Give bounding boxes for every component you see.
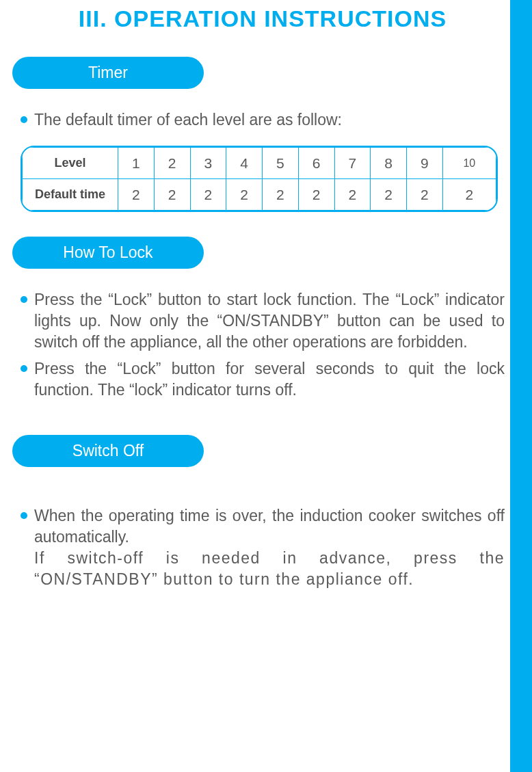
- cell: 9: [407, 148, 443, 179]
- heading-timer: Timer: [12, 57, 204, 89]
- cell: 2: [154, 179, 190, 211]
- bullet-lock-1: Press the “Lock” button to start lock fu…: [21, 289, 505, 353]
- cell: 4: [226, 148, 263, 179]
- cell: 6: [298, 148, 334, 179]
- cell: 3: [190, 148, 226, 179]
- switchoff-line1: When the operating time is over, the ind…: [34, 507, 505, 546]
- cell: 10: [442, 148, 496, 179]
- cell: 2: [371, 179, 407, 211]
- bullet-lock-2: Press the “Lock” button for several seco…: [21, 358, 505, 401]
- cell: 2: [407, 179, 443, 211]
- timer-table-wrap: Level 1 2 3 4 5 6 7 8 9 10 Default time: [21, 146, 505, 212]
- cell: 2: [154, 148, 190, 179]
- timer-table: Level 1 2 3 4 5 6 7 8 9 10 Default time: [21, 146, 498, 212]
- side-tab: Operation Instructions: [510, 0, 532, 772]
- cell: 2: [334, 179, 371, 211]
- cell: 2: [190, 179, 226, 211]
- bullet-icon: [21, 365, 27, 372]
- cell: 2: [263, 179, 299, 211]
- heading-lock: How To Lock: [12, 237, 204, 269]
- bullet-icon: [21, 296, 27, 303]
- cell: 2: [118, 179, 155, 211]
- table-row: Default time 2 2 2 2 2 2 2 2 2 2: [23, 179, 496, 211]
- table-row: Level 1 2 3 4 5 6 7 8 9 10: [23, 148, 496, 179]
- bullet-text: When the operating time is over, the ind…: [34, 505, 505, 590]
- cell: 2: [442, 179, 496, 211]
- section-timer: Timer The default timer of each level ar…: [21, 57, 505, 212]
- page: Operation Instructions 8 III. OPERATION …: [0, 0, 532, 772]
- page-number: 8: [520, 742, 528, 760]
- bullet-switchoff-1: When the operating time is over, the ind…: [21, 505, 505, 590]
- bullet-text: Press the “Lock” button for several seco…: [34, 358, 505, 401]
- bullet-timer-intro: The default timer of each level are as f…: [21, 109, 505, 131]
- page-title: III. OPERATION INSTRUCTIONS: [21, 0, 505, 32]
- bullet-icon: [21, 116, 27, 123]
- cell: 7: [334, 148, 371, 179]
- cell: 1: [118, 148, 155, 179]
- side-tab-label: Operation Instructions: [529, 294, 532, 442]
- row-header-time: Default time: [23, 179, 118, 211]
- heading-switchoff: Switch Off: [12, 435, 204, 467]
- switchoff-line2: If switch-off is needed in advance, pres…: [34, 549, 505, 588]
- cell: 5: [263, 148, 299, 179]
- section-switchoff: Switch Off When the operating time is ov…: [21, 435, 505, 590]
- section-lock: How To Lock Press the “Lock” button to s…: [21, 237, 505, 401]
- cell: 2: [226, 179, 263, 211]
- bullet-text: Press the “Lock” button to start lock fu…: [34, 289, 505, 353]
- row-header-level: Level: [23, 148, 118, 179]
- bullet-text: The default timer of each level are as f…: [34, 109, 505, 131]
- cell: 8: [371, 148, 407, 179]
- bullet-icon: [21, 512, 27, 519]
- cell: 2: [298, 179, 334, 211]
